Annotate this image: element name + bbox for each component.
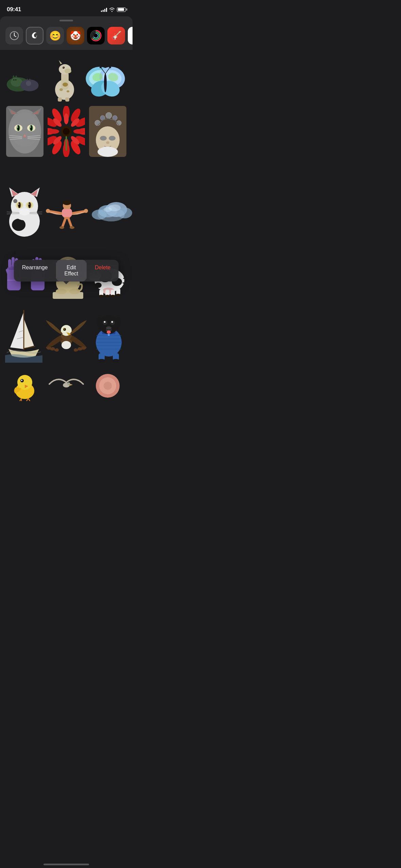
battery-icon [117,7,126,12]
svg-point-95 [95,120,100,126]
svg-point-132 [46,209,50,213]
sticker-row-1 [4,54,128,102]
svg-point-175 [56,289,67,294]
svg-point-16 [15,79,16,80]
sticker-yellow-bird[interactable] [6,367,43,401]
svg-point-197 [116,294,121,296]
drawer-handle-area [0,16,133,25]
status-time: 09:41 [7,6,21,13]
context-menu: Rearrange Edit Effect Delete [14,260,119,282]
context-menu-arrow [63,281,69,284]
app-icon-guitar[interactable]: 🎸 [107,27,125,44]
svg-point-57 [31,125,32,131]
sticker-llama[interactable] [44,57,82,102]
svg-point-15 [13,79,15,80]
svg-point-79 [64,113,69,124]
app-icon-emoji[interactable]: 😊 [46,27,64,44]
svg-point-24 [63,67,65,69]
svg-point-116 [18,202,20,208]
app-icons-row: 😊 🤡 🎸 G 😾 [0,25,133,50]
sticker-cat-face[interactable] [6,106,43,157]
svg-point-180 [95,283,102,288]
svg-line-240 [28,398,30,401]
svg-rect-148 [8,259,11,268]
svg-point-43 [100,66,102,68]
svg-point-81 [73,129,84,134]
svg-point-195 [105,295,110,297]
status-bar: 09:41 [0,0,133,16]
svg-point-137 [70,226,74,229]
svg-point-56 [18,125,19,131]
sticker-cats-sleeping[interactable] [5,61,42,102]
context-menu-delete[interactable]: Delete [87,260,119,282]
svg-point-106 [12,219,25,231]
svg-point-121 [19,209,30,215]
svg-point-23 [65,69,71,73]
sticker-cat-bw[interactable] [4,184,45,238]
svg-point-218 [98,359,105,362]
svg-marker-14 [15,75,17,78]
app-icon-moon[interactable] [26,27,43,44]
svg-point-162 [14,251,16,253]
svg-point-85 [48,129,59,134]
sticker-smoke-cloud[interactable] [89,196,133,227]
svg-marker-19 [29,78,31,81]
svg-point-227 [104,321,106,323]
sticker-mannequin[interactable] [89,106,126,157]
svg-marker-26 [59,60,62,64]
drawer-handle[interactable] [59,20,73,21]
svg-point-246 [104,382,112,390]
svg-point-136 [59,226,64,229]
sticker-butterfly[interactable] [83,64,127,102]
svg-line-2 [14,36,16,37]
context-menu-edit-effect[interactable]: Edit Effect [56,260,86,282]
svg-point-29 [67,90,69,92]
sticker-red-flower[interactable] [48,106,85,157]
svg-point-129 [63,200,71,205]
svg-point-118 [18,204,19,205]
svg-point-92 [100,136,107,141]
svg-marker-199 [24,319,34,348]
app-icon-activity[interactable] [87,27,105,44]
svg-point-242 [67,382,70,385]
app-icon-grammarly[interactable]: G [128,27,133,44]
svg-point-119 [28,204,29,205]
sticker-skydiver[interactable] [45,193,89,230]
svg-point-94 [106,141,109,144]
svg-point-104 [98,147,118,157]
svg-point-58 [17,127,18,128]
signal-icon [101,7,107,12]
sticker-meat-hand[interactable] [89,369,126,399]
svg-point-196 [110,295,115,297]
sticker-dog-blue-knit[interactable] [90,305,127,363]
context-menu-rearrange[interactable]: Rearrange [14,260,56,282]
svg-point-25 [63,67,64,68]
svg-point-40 [104,73,107,92]
sticker-sailboat[interactable] [5,305,42,363]
svg-point-236 [21,380,22,381]
sticker-grid: Rearrange Edit Effect Delete [0,50,133,408]
svg-point-194 [99,295,104,297]
status-icons [101,7,126,12]
svg-rect-31 [65,97,69,102]
svg-point-47 [11,113,39,147]
sticker-row-2: Rearrange Edit Effect Delete [4,104,128,159]
svg-point-219 [112,359,119,362]
wifi-icon [109,7,115,12]
sticker-row-3 [4,182,128,240]
svg-point-205 [62,341,71,349]
svg-marker-243 [70,384,73,386]
svg-point-145 [104,207,112,212]
context-menu-container: Rearrange Edit Effect Delete [14,260,119,282]
svg-point-93 [109,136,116,141]
app-icon-game[interactable]: 🤡 [67,27,84,44]
svg-point-126 [13,199,17,203]
svg-point-231 [108,334,110,336]
sticker-flying-bird[interactable] [48,369,85,399]
svg-rect-30 [58,97,62,102]
svg-point-117 [29,202,30,208]
app-icon-clock[interactable] [5,27,23,44]
svg-line-135 [69,219,71,227]
sticker-eagle[interactable] [44,308,88,359]
svg-point-133 [84,209,88,213]
